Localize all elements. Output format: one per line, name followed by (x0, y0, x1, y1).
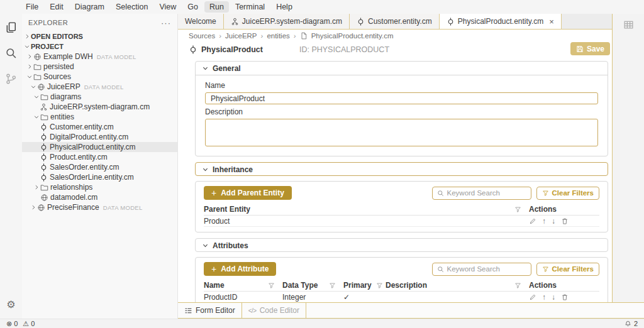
section-inheritance-header[interactable]: Inheritance (196, 163, 608, 176)
breadcrumb-file[interactable]: PhysicalProduct.entity.cm (311, 32, 394, 40)
section-attributes-header[interactable]: Attributes (196, 239, 608, 252)
filter-icon[interactable] (268, 282, 275, 289)
menu-terminal[interactable]: Terminal (230, 1, 270, 13)
tree-item-entities[interactable]: entities (22, 112, 177, 122)
move-down-icon[interactable]: ↓ (552, 217, 555, 225)
folder-icon (40, 93, 48, 101)
breadcrumb-sources[interactable]: Sources (189, 32, 215, 40)
tree-item-salesorder-entity[interactable]: SalesOrder.entity.cm (22, 162, 177, 172)
folder-icon (40, 113, 48, 121)
data-model-icon (37, 83, 45, 91)
filter-icon[interactable] (514, 206, 521, 213)
menu-run[interactable]: Run (204, 1, 229, 13)
breadcrumb-juiceerp[interactable]: JuiceERP (225, 32, 257, 40)
close-icon[interactable]: × (549, 17, 554, 26)
clear-filters-button[interactable]: Clear Filters (536, 263, 599, 276)
tab-system-diagram[interactable]: JuiceERP.system-diagram.cm (224, 14, 350, 29)
tree-item-digitalproduct-entity[interactable]: DigitalProduct.entity.cm (22, 132, 177, 142)
tree-item-physicalproduct-entity[interactable]: PhysicalProduct.entity.cm (22, 142, 177, 152)
filter-icon[interactable] (376, 282, 383, 289)
notifications-status[interactable]: 2 (625, 320, 638, 327)
right-panel-strip (612, 14, 644, 319)
tree-item-system-diagram[interactable]: JuiceERP.system-diagram.cm (22, 102, 177, 112)
add-parent-entity-button[interactable]: + Add Parent Entity (204, 186, 292, 200)
tree-item-precisefinance[interactable]: PreciseFinance DATA MODEL (22, 202, 177, 212)
chevron-right-icon (26, 53, 33, 60)
menu-view[interactable]: View (154, 1, 181, 13)
tab-welcome[interactable]: Welcome (178, 14, 224, 29)
data-model-badge: DATA MODEL (97, 53, 136, 60)
col-parent-entity: Parent Entity (204, 205, 529, 214)
files-icon[interactable] (5, 21, 17, 33)
attribute-row-productid[interactable]: ProductID Integer ✓ ↑ ↓ (204, 292, 599, 303)
inheritance-search (432, 187, 531, 200)
tree-item-salesorderline-entity[interactable]: SalesOrderLine.entity.cm (22, 172, 177, 182)
description-field[interactable] (205, 119, 598, 146)
save-button[interactable]: Save (570, 42, 610, 55)
chevron-right-icon (30, 204, 36, 210)
add-attribute-button[interactable]: + Add Attribute (204, 262, 276, 276)
edit-icon[interactable] (529, 217, 536, 225)
button-label: Add Parent Entity (221, 189, 284, 197)
parent-entity-cell: Product (204, 217, 529, 226)
tab-physicalproduct-entity[interactable]: PhysicalProduct.entity.cm × (440, 14, 562, 29)
menu-diagram[interactable]: Diagram (70, 1, 109, 13)
move-up-icon[interactable]: ↑ (542, 217, 546, 225)
tree-item-example-dwh[interactable]: Example DWH DATA MODEL (22, 52, 177, 62)
tree-label: entities (50, 112, 74, 121)
keyword-search-input[interactable] (447, 265, 526, 273)
settings-gear-icon[interactable]: ⚙ (6, 300, 15, 310)
breadcrumb-entities[interactable]: entities (267, 32, 289, 40)
tree-item-sources[interactable]: Sources (22, 72, 177, 82)
move-up-icon[interactable]: ↑ (542, 293, 546, 301)
keyword-search-input[interactable] (447, 189, 526, 197)
menu-go[interactable]: Go (182, 1, 203, 13)
tree-item-persisted[interactable]: persisted (22, 62, 177, 72)
edit-icon[interactable] (529, 293, 536, 301)
tree-item-diagrams[interactable]: diagrams (22, 92, 177, 102)
attributes-toolbar-right: Clear Filters (432, 263, 599, 276)
delete-icon[interactable] (561, 217, 569, 225)
data-model-badge: DATA MODEL (103, 204, 143, 211)
tree-item-juiceerp[interactable]: JuiceERP DATA MODEL (22, 82, 177, 92)
move-down-icon[interactable]: ↓ (552, 293, 555, 301)
menu-edit[interactable]: Edit (45, 1, 69, 13)
warnings-status[interactable]: ⚠ 0 (23, 320, 35, 327)
tab-code-editor[interactable]: </> Code Editor (242, 303, 306, 318)
tree-item-datamodel[interactable]: datamodel.cm (22, 192, 177, 202)
filter-icon[interactable] (514, 282, 521, 289)
tree-section-project[interactable]: PROJECT (22, 41, 177, 52)
col-data-type: Data Type (282, 281, 343, 290)
button-label: Clear Filters (552, 265, 594, 273)
explorer-title: EXPLORER (28, 19, 68, 26)
attributes-table-header: Name Data Type Primary Description Actio… (204, 280, 599, 292)
delete-icon[interactable] (561, 293, 569, 301)
menu-selection[interactable]: Selection (111, 1, 153, 13)
tree-label: DigitalProduct.entity.cm (50, 133, 128, 141)
section-general: General Name Description (195, 61, 608, 156)
tree-item-relationships[interactable]: relationships (22, 182, 177, 192)
tree-label: SalesOrder.entity.cm (50, 163, 119, 172)
search-icon[interactable] (5, 47, 17, 59)
table-view-icon[interactable] (623, 19, 634, 30)
tree-item-product-entity[interactable]: Product.entity.cm (22, 152, 177, 162)
filter-icon[interactable] (329, 282, 336, 289)
menu-file[interactable]: File (21, 1, 43, 13)
column-label: Description (386, 281, 427, 290)
name-field[interactable] (205, 92, 598, 104)
tree-section-open-editors[interactable]: OPEN EDITORS (22, 31, 177, 41)
menu-help[interactable]: Help (271, 1, 297, 13)
clear-filters-button[interactable]: Clear Filters (536, 187, 599, 200)
explorer-more-actions-icon[interactable]: ··· (161, 18, 171, 28)
tree-label: Sources (43, 72, 71, 81)
source-control-icon[interactable] (5, 73, 17, 85)
tree-item-customer-entity[interactable]: Customer.entity.cm (22, 122, 177, 132)
section-general-header[interactable]: General (196, 62, 608, 75)
errors-status[interactable]: ⊗ 0 (6, 320, 18, 327)
inheritance-row-product[interactable]: Product ↑ ↓ (204, 216, 599, 227)
section-title: Inheritance (213, 165, 253, 174)
tree-label: diagrams (50, 92, 81, 101)
tab-form-editor[interactable]: Form Editor (178, 303, 242, 318)
tab-customer-entity[interactable]: Customer.entity.cm (350, 14, 440, 29)
notifications-count: 2 (634, 320, 638, 327)
